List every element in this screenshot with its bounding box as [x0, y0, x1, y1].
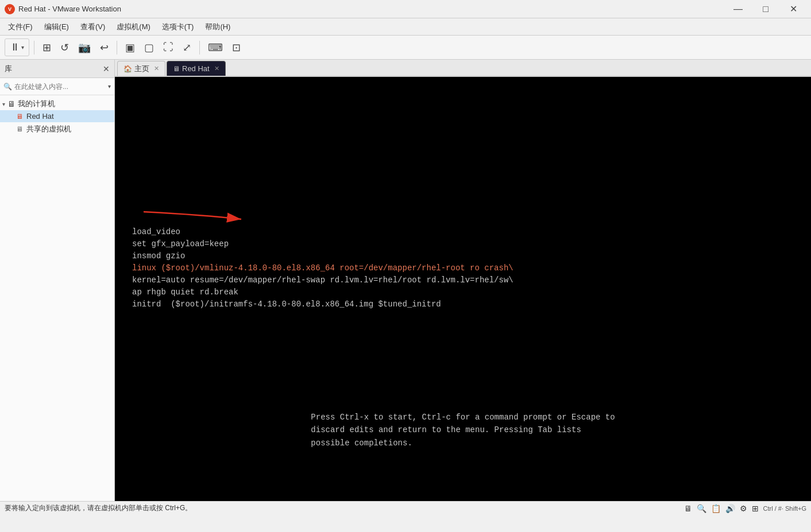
- status-icon-3: 📋: [711, 504, 721, 513]
- my-computer-label: 我的计算机: [18, 99, 55, 109]
- vm-terminal: load_videoset gfx_payload=keepinsmod gzi…: [115, 77, 811, 501]
- toolbar-separator-1: [34, 41, 34, 55]
- shared-vm-label: 共享的虚拟机: [26, 124, 71, 134]
- sidebar-close-button[interactable]: ✕: [103, 64, 110, 73]
- terminal-content: load_videoset gfx_payload=keepinsmod gzi…: [115, 226, 811, 310]
- menu-tabs[interactable]: 选项卡(T): [156, 20, 200, 34]
- window-controls: — □ ✕: [725, 0, 806, 18]
- sidebar-item-my-computer[interactable]: ▾ 🖥 我的计算机: [0, 98, 114, 110]
- red-hat-label: Red Hat: [26, 112, 54, 121]
- menubar: 文件(F) 编辑(E) 查看(V) 虚拟机(M) 选项卡(T) 帮助(H): [0, 18, 811, 36]
- terminal-line: set gfx_payload=keep: [132, 238, 811, 250]
- toolbar-separator-3: [199, 41, 200, 55]
- sidebar-tree: ▾ 🖥 我的计算机 🖥 Red Hat 🖥 共享的虚拟机: [0, 95, 114, 501]
- view-fullscreen-button[interactable]: ⛶: [160, 38, 177, 57]
- sidebar-item-red-hat[interactable]: 🖥 Red Hat: [0, 110, 114, 122]
- menu-view[interactable]: 查看(V): [75, 20, 111, 34]
- redhat-tab-close[interactable]: ✕: [214, 65, 219, 72]
- snapshot-button[interactable]: 📷: [75, 38, 94, 57]
- terminal-button[interactable]: ⌨: [204, 38, 226, 57]
- redhat-tab-icon: 🖥: [173, 65, 180, 73]
- terminal-line: load_video: [132, 226, 811, 238]
- status-right: 🖥 🔍 📋 🔊 ⚙ ⊞ Ctrl / #· Shift+G: [684, 504, 807, 513]
- search-input[interactable]: [14, 83, 106, 91]
- status-hotkey: Ctrl / #· Shift+G: [763, 505, 807, 512]
- terminal-line: ap rhgb quiet rd.break: [132, 286, 811, 298]
- tab-home[interactable]: 🏠 主页 ✕: [117, 61, 165, 76]
- sidebar-item-shared-vm[interactable]: 🖥 共享的虚拟机: [0, 122, 114, 136]
- maximize-button[interactable]: □: [752, 0, 779, 18]
- menu-file[interactable]: 文件(F): [2, 20, 38, 34]
- toolbar: ⏸ ▾ ⊞ ↺ 📷 ↩ ▣ ▢ ⛶ ⤢ ⌨ ⊡: [0, 36, 811, 60]
- tree-arrow-my-computer: ▾: [2, 101, 5, 107]
- more-button[interactable]: ⊡: [229, 38, 244, 57]
- power-cycle-button[interactable]: ↺: [57, 38, 72, 57]
- menu-vm[interactable]: 虚拟机(M): [111, 20, 156, 34]
- titlebar: V Red Hat - VMware Workstation — □ ✕: [0, 0, 811, 18]
- toolbar-separator-2: [117, 41, 117, 55]
- computer-icon: 🖥: [7, 99, 16, 108]
- status-text: 要将输入定向到该虚拟机，请在虚拟机内部单击或按 Ctrl+G。: [5, 503, 684, 513]
- home-tab-close[interactable]: ✕: [154, 65, 159, 72]
- terminal-line: initrd ($root)/initramfs-4.18.0-80.el8.x…: [132, 298, 811, 310]
- terminal-line: kernel=auto resume=/dev/mapper/rhel-swap…: [132, 274, 811, 286]
- redhat-tab-label: Red Hat: [182, 64, 210, 73]
- search-icon: 🔍: [3, 83, 12, 91]
- pause-icon: ⏸: [10, 41, 20, 53]
- statusbar: 要将输入定向到该虚拟机，请在虚拟机内部单击或按 Ctrl+G。 🖥 🔍 📋 🔊 …: [0, 501, 811, 515]
- home-tab-icon: 🏠: [123, 65, 132, 73]
- view-unity-button[interactable]: ▢: [141, 38, 157, 57]
- vm-icon-red-hat: 🖥: [16, 112, 23, 121]
- status-icon-5: ⚙: [740, 504, 747, 513]
- pause-button[interactable]: ⏸ ▾: [5, 38, 29, 56]
- view-normal-button[interactable]: ▣: [122, 38, 138, 57]
- tabbar: 🏠 主页 ✕ 🖥 Red Hat ✕: [115, 60, 811, 77]
- status-icon-6: ⊞: [752, 504, 759, 513]
- view-stretch-button[interactable]: ⤢: [179, 38, 195, 57]
- menu-edit[interactable]: 编辑(E): [38, 20, 75, 34]
- sidebar-search: 🔍 ▾: [0, 78, 114, 95]
- status-icon-4: 🔊: [725, 504, 735, 513]
- sidebar: 库 ✕ 🔍 ▾ ▾ 🖥 我的计算机 🖥 Red Hat 🖥 共享的虚拟机: [0, 60, 115, 501]
- terminal-line: linux ($root)/vmlinuz-4.18.0-80.el8.x86_…: [132, 262, 811, 274]
- terminal-line: insmod gzio: [132, 250, 811, 262]
- close-button[interactable]: ✕: [780, 0, 806, 18]
- sidebar-title: 库: [5, 64, 103, 74]
- shared-vm-icon: 🖥: [16, 125, 23, 133]
- home-tab-label: 主页: [134, 64, 149, 74]
- minimize-button[interactable]: —: [725, 0, 751, 18]
- press-message: Press Ctrl-x to start, Ctrl-c for a comm…: [311, 411, 615, 449]
- send-ctrlaltdel-button[interactable]: ⊞: [39, 38, 55, 57]
- revert-button[interactable]: ↩: [96, 38, 112, 57]
- window-title: Red Hat - VMware Workstation: [18, 5, 725, 13]
- app-icon: V: [5, 4, 15, 14]
- menu-help[interactable]: 帮助(H): [199, 20, 236, 34]
- pause-dropdown-icon: ▾: [21, 44, 24, 51]
- search-dropdown-icon[interactable]: ▾: [108, 83, 111, 90]
- status-icon-1: 🖥: [684, 504, 692, 513]
- vm-screen[interactable]: load_videoset gfx_payload=keepinsmod gzi…: [115, 77, 811, 501]
- tab-red-hat[interactable]: 🖥 Red Hat ✕: [167, 61, 226, 76]
- status-icon-2: 🔍: [697, 504, 706, 513]
- sidebar-header: 库 ✕: [0, 60, 114, 78]
